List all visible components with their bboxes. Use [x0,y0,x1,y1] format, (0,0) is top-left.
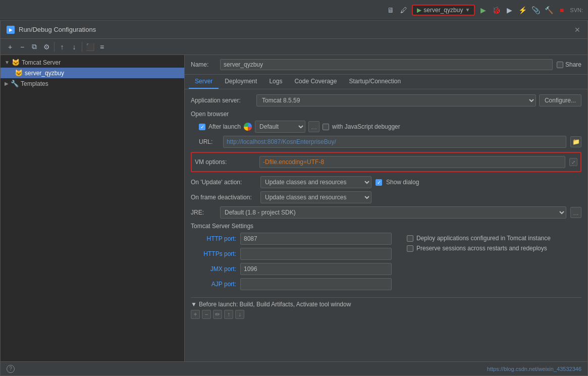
browser-more-button[interactable]: ... [308,121,319,132]
ports-section: HTTP port: HTTPs port: JMX port: [191,233,581,293]
build-icon[interactable]: 🔨 [544,5,554,15]
sidebar-item-tomcat[interactable]: ▼ 🐱 Tomcat Server [1,57,184,68]
share-checkbox-row: Share [557,61,581,68]
vm-options-input[interactable] [259,156,565,168]
add-button[interactable]: + [5,41,16,52]
http-port-label: HTTP port: [191,235,236,242]
sidebar-item-server-qyzbuy[interactable]: 🐱 server_qyzbuy [1,68,184,78]
coverage-icon[interactable]: ▶ [504,5,514,15]
bl-add-button[interactable]: + [191,310,200,319]
sort-button[interactable]: ≡ [96,41,108,52]
jre-more-button[interactable]: ... [570,207,581,218]
run-config-button[interactable]: ▶ server_qyzbuy ▼ [412,5,475,16]
close-button[interactable]: ✕ [573,26,581,34]
bl-up-button[interactable]: ↑ [224,310,233,319]
remove-button[interactable]: − [17,41,28,52]
http-port-input[interactable] [240,233,392,245]
url-input[interactable] [223,136,566,148]
tab-deployment[interactable]: Deployment [219,75,263,89]
server-icon: 🐱 [15,69,23,77]
name-input[interactable] [220,59,553,70]
jmx-port-input[interactable] [240,263,392,275]
cursor-icon[interactable]: 🖊 [399,5,409,15]
content-area: Application server: Tomcat 8.5.59 Config… [185,89,587,361]
ajp-port-input[interactable] [240,278,392,290]
bl-edit-button[interactable]: ✏ [213,310,222,319]
templates-icon: 🔧 [11,80,19,87]
after-launch-label: After launch [208,123,241,130]
folder-button[interactable]: 📁 [570,136,581,147]
top-bar: 🖥 🖊 ▶ server_qyzbuy ▼ ▶ 🐞 ▶ ⚡ 📎 🔨 ■ SVN: [0,0,588,20]
https-port-label: HTTPs port: [191,250,236,257]
sidebar-item-templates[interactable]: ▶ 🔧 Templates [1,78,184,89]
on-update-label: On 'Update' action: [191,179,256,186]
tab-logs[interactable]: Logs [263,75,288,89]
run-config-label: server_qyzbuy [423,7,463,14]
on-update-row: On 'Update' action: Update classes and r… [191,176,581,188]
tab-code-coverage[interactable]: Code Coverage [288,75,343,89]
debug-icon[interactable]: 🐞 [491,5,501,15]
https-port-row: HTTPs port: [191,248,392,260]
bl-remove-button[interactable]: − [202,310,211,319]
ajp-port-row: AJP port: [191,278,392,290]
on-frame-select[interactable]: Update classes and resources [260,191,371,203]
bl-down-button[interactable]: ↓ [235,310,244,319]
up-button[interactable]: ↑ [57,41,68,52]
tomcat-icon: 🐱 [12,59,20,66]
vm-options-row: VM options: ⤢ [191,152,581,172]
profile-icon[interactable]: ⚡ [517,5,527,15]
run-debug-dialog: ▶ Run/Debug Configurations ✕ + − ⧉ ⚙ ↑ ↓… [0,20,588,376]
on-update-select[interactable]: Update classes and resources [260,176,371,188]
monitor-icon[interactable]: 🖥 [386,5,396,15]
settings-button[interactable]: ⚙ [41,41,52,52]
tree-expand-arrow: ▼ [5,60,10,65]
sidebar: ▼ 🐱 Tomcat Server 🐱 server_qyzbuy ▶ 🔧 Te… [1,55,185,361]
on-frame-label: On frame deactivation: [191,194,256,201]
https-port-input[interactable] [240,248,392,260]
url-row: URL: 📁 [199,136,581,148]
stop-icon[interactable]: ■ [557,5,567,15]
dialog-icon: ▶ [7,26,15,34]
ports-left: HTTP port: HTTPs port: JMX port: [191,233,392,293]
before-launch-header: ▼ Before launch: Build, Build Artifacts,… [191,301,581,308]
share-checkbox[interactable] [557,62,563,68]
after-launch-row: ✓ After launch Default ... with JavaScri… [199,121,581,133]
before-launch-label: Before launch: Build, Build Artifacts, A… [199,301,351,308]
show-dialog-label: Show dialog [386,179,419,186]
tab-startup-connection[interactable]: Startup/Connection [343,75,407,89]
share-label: Share [565,61,581,68]
tree-templates-arrow: ▶ [5,81,9,86]
http-port-row: HTTP port: [191,233,392,245]
copy-button[interactable]: ⧉ [29,41,40,52]
js-debugger-label: with JavaScript debugger [332,123,400,130]
tab-server[interactable]: Server [189,75,219,89]
vm-expand-button[interactable]: ⤢ [569,158,577,166]
configure-button[interactable]: Configure... [539,94,581,106]
down-button[interactable]: ↓ [69,41,80,52]
deploy-apps-label: Deploy applications configured in Tomcat… [416,235,551,242]
app-server-select[interactable]: Tomcat 8.5.59 [256,94,536,106]
status-bar: ? https://blog.csdn.net/weixin_43532346 [1,361,587,375]
attach-icon[interactable]: 📎 [530,5,541,15]
vm-options-label: VM options: [195,158,255,166]
js-debugger-checkbox[interactable] [323,124,329,130]
tomcat-settings-header: Tomcat Server Settings [191,223,581,230]
ajp-port-label: AJP port: [191,281,236,288]
share-button[interactable]: ⬛ [84,41,95,52]
on-frame-row: On frame deactivation: Update classes an… [191,191,581,203]
after-launch-checkbox[interactable]: ✓ [199,124,205,130]
play-icon[interactable]: ▶ [478,5,488,15]
deploy-apps-checkbox[interactable] [407,235,413,242]
preserve-sessions-checkbox[interactable] [407,245,413,252]
help-button[interactable]: ? [7,365,15,373]
deploy-apps-row: Deploy applications configured in Tomcat… [407,235,551,242]
jre-select[interactable]: Default (1.8 - project SDK) [220,206,566,219]
show-dialog-checkbox[interactable]: ✓ [376,179,382,186]
dialog-title: ▶ Run/Debug Configurations [7,26,96,34]
url-label: URL: [199,138,219,145]
browser-select[interactable]: Default [255,121,305,133]
jre-row: JRE: Default (1.8 - project SDK) ... [191,206,581,219]
name-label: Name: [191,61,216,68]
sidebar-templates-label: Templates [21,80,48,87]
preserve-sessions-label: Preserve sessions across restarts and re… [416,245,547,252]
